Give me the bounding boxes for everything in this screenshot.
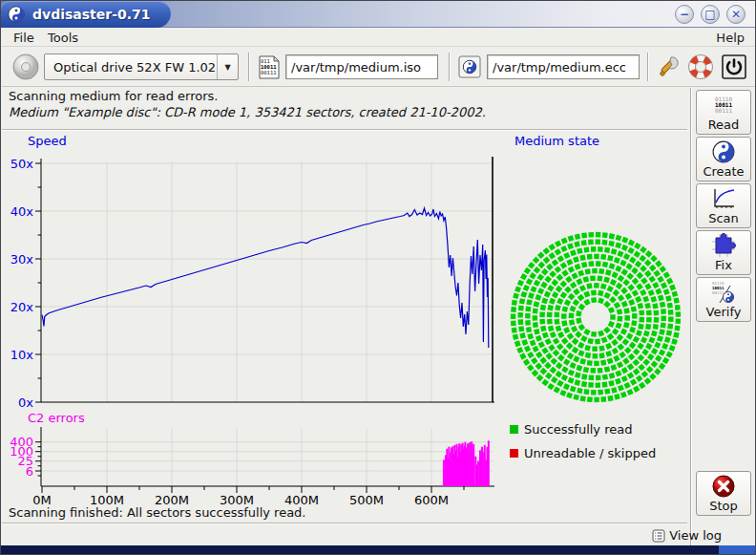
legend-success: Successfully read xyxy=(510,422,632,437)
resize-grip[interactable] xyxy=(719,545,756,554)
svg-text:20x: 20x xyxy=(10,300,34,314)
menu-tools[interactable]: Tools xyxy=(44,30,82,46)
scan-button-label: Scan xyxy=(708,211,739,225)
verify-button[interactable]: 01110 10011 00111 Verify xyxy=(696,277,751,322)
read-button-label: Read xyxy=(708,117,740,132)
read-binary-icon: 01110 10011 00111 xyxy=(715,94,732,117)
scan-button[interactable]: Scan xyxy=(696,183,751,228)
fix-button[interactable]: Fix xyxy=(696,230,751,275)
status-message: Scanning medium for read errors. xyxy=(9,89,686,103)
speed-and-c2-chart: 0x10x20x30x40x50x6251004000M100M200M300M… xyxy=(1,149,505,507)
scan-result-text: Scanning finished: All sectors successfu… xyxy=(9,505,306,520)
view-log-label: View log xyxy=(669,528,722,543)
svg-text:30x: 30x xyxy=(10,252,34,267)
legend-success-swatch xyxy=(510,425,518,434)
svg-text:0x: 0x xyxy=(18,395,33,410)
ecc-file-input[interactable] xyxy=(487,54,640,79)
stop-icon xyxy=(712,475,735,498)
cd-drive-icon[interactable] xyxy=(11,53,40,81)
svg-text:600M: 600M xyxy=(414,493,449,507)
read-button[interactable]: 01110 10011 00111 Read xyxy=(696,90,751,135)
log-list-icon xyxy=(652,529,665,543)
drive-select-value: Optical drive 52X FW 1.02 xyxy=(45,60,217,75)
speed-chart-title: Speed xyxy=(28,134,67,148)
iso-file-input[interactable] xyxy=(285,54,438,79)
toolbar-separator xyxy=(248,53,250,81)
c2-errors-title: C2 errors xyxy=(28,411,85,425)
stop-button[interactable]: Stop xyxy=(696,471,751,516)
svg-text:500M: 500M xyxy=(349,493,384,507)
maximize-button[interactable]: □ xyxy=(701,5,720,24)
drive-select[interactable]: Optical drive 52X FW 1.02 ▼ xyxy=(44,53,239,80)
quit-power-icon[interactable] xyxy=(722,54,746,79)
window-bottom-frame xyxy=(1,545,756,554)
create-button-label: Create xyxy=(703,164,744,179)
title-bar[interactable]: dvdisaster-0.71 − □ ✕ xyxy=(1,1,756,28)
verify-compare-icon: 01110 10011 00111 xyxy=(711,281,736,304)
scan-graph-icon xyxy=(711,187,736,210)
menu-bar: File Tools Help xyxy=(2,28,756,47)
view-log-button[interactable]: View log xyxy=(649,527,724,544)
toolbar-separator xyxy=(449,53,451,81)
toolbar-separator xyxy=(647,53,649,81)
separator xyxy=(2,129,687,131)
medium-state-disc xyxy=(505,154,694,421)
svg-text:00111: 00111 xyxy=(712,290,724,295)
menu-help[interactable]: Help xyxy=(712,30,748,46)
toolbar: Optical drive 52X FW 1.02 ▼ 011 10011 00… xyxy=(2,47,756,87)
legend-unreadable-label: Unreadable / skipped xyxy=(524,446,656,460)
verify-button-label: Verify xyxy=(706,305,742,319)
medium-info: Medium "Example disc": CD-R mode 1, 3534… xyxy=(9,105,686,119)
chevron-down-icon: ▼ xyxy=(217,54,238,79)
preferences-wrench-icon[interactable] xyxy=(655,53,682,80)
legend-success-label: Successfully read xyxy=(524,422,632,437)
window-title: dvdisaster-0.71 xyxy=(32,7,151,22)
stop-button-label: Stop xyxy=(709,499,738,513)
ecc-file-icon xyxy=(458,55,481,78)
menu-file[interactable]: File xyxy=(10,30,38,46)
fix-puzzle-icon xyxy=(711,234,736,257)
svg-text:400: 400 xyxy=(10,435,33,449)
legend-unreadable-swatch xyxy=(510,449,518,458)
svg-text:50x: 50x xyxy=(10,157,34,171)
status-area: Scanning medium for read errors. Medium … xyxy=(9,89,686,119)
fix-button-label: Fix xyxy=(715,258,732,272)
minimize-button[interactable]: − xyxy=(675,5,694,24)
help-lifebuoy-icon[interactable] xyxy=(687,53,714,80)
svg-text:00111: 00111 xyxy=(261,70,277,75)
legend-unreadable: Unreadable / skipped xyxy=(510,446,656,460)
medium-state-title: Medium state xyxy=(514,134,599,148)
create-yinyang-icon xyxy=(712,140,735,163)
title-tab: dvdisaster-0.71 xyxy=(1,1,171,28)
close-button[interactable]: ✕ xyxy=(726,5,746,24)
app-yinyang-icon xyxy=(8,6,25,23)
separator xyxy=(2,523,687,524)
create-button[interactable]: Create xyxy=(696,137,751,181)
app-window: dvdisaster-0.71 − □ ✕ File Tools Help Op… xyxy=(0,0,756,555)
svg-text:40x: 40x xyxy=(10,204,34,219)
iso-image-icon: 011 10011 00111 xyxy=(258,55,281,79)
svg-text:10x: 10x xyxy=(10,348,34,362)
